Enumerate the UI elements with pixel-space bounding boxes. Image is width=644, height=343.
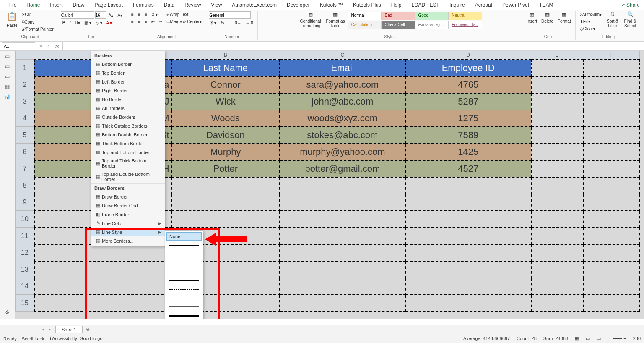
insert-button[interactable]: Insert	[525, 18, 539, 24]
border-menu-item[interactable]: ▦Draw Border	[91, 192, 165, 201]
cell-style-option[interactable]: Bad	[382, 12, 415, 20]
row-header[interactable]: 11	[16, 228, 34, 244]
line-style-option[interactable]	[166, 303, 202, 311]
row-header[interactable]: 9	[16, 194, 34, 211]
row-header[interactable]: 10	[16, 211, 34, 228]
ribbon-tab[interactable]: Inquire	[444, 0, 470, 10]
border-menu-item[interactable]: ▦Line Style▶	[91, 228, 165, 236]
cancel-icon[interactable]: ✕	[39, 43, 43, 49]
format-icon[interactable]: ▦	[562, 11, 566, 17]
ribbon-tab[interactable]: Kutools ™	[315, 0, 348, 10]
cell[interactable]	[583, 228, 639, 244]
cell[interactable]	[280, 211, 405, 228]
cell[interactable]: Wick	[171, 93, 280, 110]
line-style-option[interactable]	[166, 285, 202, 293]
cell[interactable]	[34, 261, 171, 278]
border-menu-item[interactable]: ▦Left Border	[91, 77, 165, 86]
conditional-formatting-button[interactable]: Conditional Formatting	[298, 18, 323, 29]
currency-icon[interactable]: $ ▾	[209, 20, 218, 26]
fx-icon[interactable]: fx	[55, 44, 59, 49]
row-header[interactable]: 6	[16, 144, 34, 160]
cell[interactable]	[531, 261, 583, 278]
cell[interactable]: Employee ID	[405, 60, 531, 76]
column-header[interactable]: F	[583, 51, 639, 60]
border-menu-item[interactable]: ◧Erase Border	[91, 210, 165, 219]
decrease-indent-icon[interactable]: ⇤	[150, 18, 156, 25]
row-header[interactable]: 2	[16, 76, 34, 93]
increase-font-icon[interactable]: A▴	[107, 12, 115, 18]
ribbon-tab[interactable]: Developer	[282, 0, 315, 10]
cell[interactable]	[34, 295, 171, 312]
cell[interactable]: john@abc.com	[280, 93, 405, 110]
border-menu-item[interactable]: ▦Right Border	[91, 86, 165, 95]
cell[interactable]: Woods	[171, 110, 280, 127]
align-center-icon[interactable]: ≡	[136, 18, 142, 25]
cell[interactable]	[583, 211, 639, 228]
ribbon-tab[interactable]: Kutools Plus	[348, 0, 386, 10]
cell[interactable]	[583, 278, 639, 295]
ribbon-tab[interactable]: Formulas	[128, 0, 159, 10]
number-format-select[interactable]	[209, 11, 251, 19]
cell[interactable]	[280, 278, 405, 295]
cell[interactable]: Davidson	[171, 127, 280, 144]
cell-style-option[interactable]: Calculation	[348, 21, 382, 29]
clear-button[interactable]: ◇ Clear ▾	[578, 26, 603, 32]
cell[interactable]	[280, 177, 405, 194]
fill-color-button[interactable]: ◇ ▾	[94, 20, 104, 26]
cell[interactable]	[583, 76, 639, 93]
ribbon-tab[interactable]: Review	[179, 0, 206, 10]
borders-button[interactable]: ▦ ▾	[83, 20, 93, 26]
format-button[interactable]: Format	[556, 18, 573, 24]
cell[interactable]	[531, 228, 583, 244]
cell[interactable]	[171, 211, 280, 228]
ribbon-tab[interactable]: LOAD TEST	[406, 0, 444, 10]
border-menu-item[interactable]: ▦All Borders	[91, 104, 165, 113]
cell[interactable]	[583, 144, 639, 160]
format-painter-button[interactable]: 🖌 Format Painter	[20, 26, 55, 32]
border-menu-item[interactable]: ▦Thick Bottom Border	[91, 139, 165, 148]
cell[interactable]: potter@gmail.com	[280, 160, 405, 177]
border-menu-item[interactable]: ▦Top and Bottom Border	[91, 148, 165, 157]
row-header[interactable]: 15	[16, 295, 34, 312]
cell[interactable]	[531, 127, 583, 144]
cell[interactable]: Last Name	[171, 60, 280, 76]
row-header[interactable]: 12	[16, 244, 34, 261]
cell[interactable]	[405, 228, 531, 244]
format-as-table-icon[interactable]: ▦	[333, 11, 338, 17]
cell[interactable]	[583, 110, 639, 127]
cell[interactable]	[583, 127, 639, 144]
border-menu-item[interactable]: ▦Bottom Border	[91, 60, 165, 68]
cell[interactable]	[280, 244, 405, 261]
increase-decimal-icon[interactable]: .0→	[232, 20, 243, 26]
cell[interactable]: Murphy	[171, 144, 280, 160]
ribbon-tab[interactable]: Insert	[45, 0, 68, 10]
row-header[interactable]: 8	[16, 177, 34, 194]
sort-filter-button[interactable]: Sort & Filter	[604, 18, 621, 29]
comma-icon[interactable]: ,	[226, 20, 231, 26]
styles-gallery[interactable]: NormalBadGoodNeutralCalculationCheck Cel…	[348, 11, 482, 30]
format-as-table-button[interactable]: Format as Table	[324, 18, 347, 29]
border-menu-item[interactable]: ▦Thick Outside Borders	[91, 121, 165, 130]
rail-icon[interactable]: 📊	[4, 94, 10, 99]
font-size-input[interactable]	[95, 11, 106, 19]
cell[interactable]	[280, 295, 405, 312]
cell[interactable]: 1425	[405, 144, 531, 160]
cell[interactable]	[405, 244, 531, 261]
cell[interactable]: stokes@abc.com	[280, 127, 405, 144]
rail-icon[interactable]: ▭	[5, 53, 10, 59]
cell[interactable]	[583, 93, 639, 110]
line-style-option[interactable]	[166, 259, 202, 267]
bold-button[interactable]: B	[61, 20, 67, 26]
cell[interactable]: Potter	[171, 160, 280, 177]
cell[interactable]: Email	[280, 60, 405, 76]
ribbon-tab[interactable]: Acrobat	[470, 0, 497, 10]
cell[interactable]	[583, 60, 639, 76]
cell[interactable]	[531, 76, 583, 93]
autosum-button[interactable]: Σ AutoSum ▾	[578, 11, 603, 18]
cell[interactable]: 5287	[405, 93, 531, 110]
line-style-none[interactable]: None	[166, 232, 202, 241]
rail-icon[interactable]: ▦	[5, 84, 10, 89]
cell[interactable]	[405, 261, 531, 278]
cell[interactable]	[531, 244, 583, 261]
cell[interactable]	[531, 211, 583, 228]
